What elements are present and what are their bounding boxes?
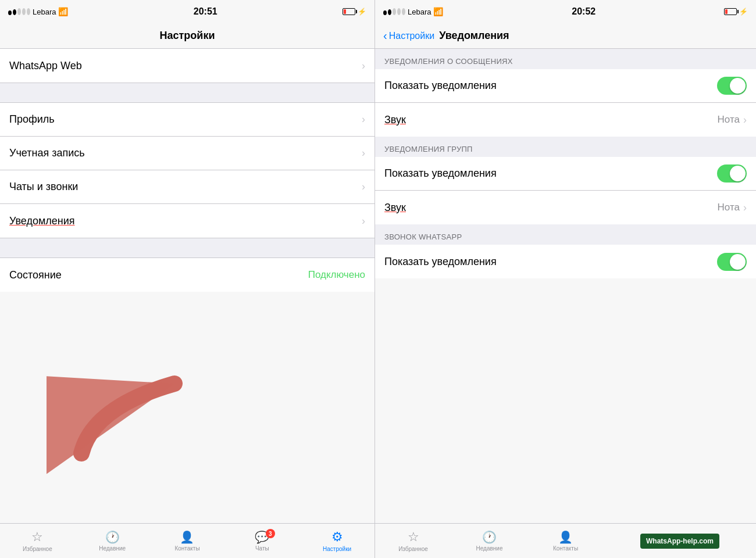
chats-label: Чаты и звонки	[9, 181, 78, 193]
sound-msg-right: Нота ›	[718, 114, 747, 126]
recent-label: Недавние	[99, 545, 126, 552]
signal-dots	[8, 8, 30, 15]
right-nav-title: Уведомления	[439, 30, 509, 42]
chats-right: ›	[362, 181, 365, 193]
row-chats[interactable]: Чаты и звонки ›	[0, 170, 375, 204]
tab-chats[interactable]: 3 💬 Чаты	[224, 530, 299, 552]
row-status[interactable]: Состояние Подключено	[0, 258, 375, 292]
left-lightning: ⚡	[358, 8, 366, 16]
favorites-label: Избранное	[23, 546, 52, 552]
right-nav-bar: ‹ Настройки Уведомления	[375, 23, 756, 49]
sound-msg-label: Звук	[384, 114, 406, 126]
watermark: WhatsApp-help.com	[640, 534, 719, 549]
chats-badge: 3	[266, 529, 275, 538]
right-wifi-icon: 📶	[433, 7, 443, 16]
account-chevron: ›	[362, 147, 365, 159]
right-status-bar: Lebara 📶 20:52 ⚡	[375, 0, 756, 23]
left-battery-area: ⚡	[343, 8, 366, 16]
whatsapp-web-label: WhatsApp Web	[9, 60, 82, 72]
show-notif-grp-label: Показать уведомления	[384, 167, 497, 180]
show-notif-call-label: Показать уведомления	[384, 256, 497, 268]
section-header-messages: УВЕДОМЛЕНИЯ О СООБЩЕНИЯХ	[375, 49, 756, 69]
recent-icon: 🕐	[105, 530, 120, 544]
row-show-notif-call[interactable]: Показать уведомления	[375, 245, 756, 278]
status-right: Подключено	[308, 269, 365, 281]
status-group: Состояние Подключено	[0, 258, 375, 292]
messages-group: Показать уведомления Звук Нота ›	[375, 69, 756, 137]
right-settings-list: УВЕДОМЛЕНИЯ О СООБЩЕНИЯХ Показать уведом…	[375, 49, 756, 523]
rdot4	[397, 8, 401, 15]
row-account[interactable]: Учетная запись ›	[0, 137, 375, 170]
notifications-label: Уведомления	[9, 215, 75, 227]
row-sound-msg[interactable]: Звук Нота ›	[375, 103, 756, 137]
right-battery-area: ⚡	[724, 8, 748, 16]
row-show-notif-msg[interactable]: Показать уведомления	[375, 69, 756, 103]
tab-favorites[interactable]: ☆ Избранное	[0, 530, 75, 552]
back-chevron-icon: ‹	[383, 29, 387, 42]
right-recent-icon: 🕐	[482, 530, 497, 544]
left-carrier: Lebara	[33, 8, 56, 16]
right-back-button[interactable]: ‹ Настройки	[383, 29, 434, 42]
right-contacts-label: Контакты	[553, 545, 578, 552]
sound-msg-chevron: ›	[743, 114, 747, 126]
whatsapp-web-chevron: ›	[362, 60, 365, 72]
row-whatsapp-web[interactable]: WhatsApp Web ›	[0, 49, 375, 83]
left-wifi-icon: 📶	[58, 7, 68, 16]
left-time: 20:51	[194, 6, 217, 17]
profile-right: ›	[362, 113, 365, 126]
toggle-show-notif-grp[interactable]	[717, 164, 747, 183]
right-battery	[724, 8, 737, 15]
right-tab-recent[interactable]: 🕐 Недавние	[451, 530, 527, 552]
right-panel: Lebara 📶 20:52 ⚡ ‹ Настройки Уведомления…	[375, 0, 756, 558]
tab-contacts[interactable]: 👤 Контакты	[150, 530, 225, 552]
account-label: Учетная запись	[9, 147, 85, 159]
rdot2	[388, 9, 391, 15]
sound-grp-value: Нота	[718, 202, 740, 213]
row-notifications[interactable]: Уведомления ›	[0, 204, 375, 238]
section-header-calls: ЗВОНОК WHATSAPP	[375, 224, 756, 245]
right-tab-contacts[interactable]: 👤 Контакты	[527, 530, 604, 552]
right-battery-fill	[725, 9, 728, 14]
dot3	[17, 8, 21, 15]
sound-grp-label: Звук	[384, 202, 406, 214]
row-show-notif-grp[interactable]: Показать уведомления	[375, 157, 756, 191]
right-back-label: Настройки	[389, 31, 434, 41]
settings-icon: ⚙	[331, 530, 343, 545]
favorites-icon: ☆	[31, 530, 43, 545]
whatsapp-web-group: WhatsApp Web ›	[0, 49, 375, 83]
separator-2	[0, 238, 375, 258]
sound-grp-chevron: ›	[743, 202, 747, 214]
toggle-knob-call	[730, 254, 746, 270]
right-tab-favorites[interactable]: ☆ Избранное	[375, 530, 451, 552]
contacts-label: Контакты	[174, 545, 199, 552]
tab-settings[interactable]: ⚙ Настройки	[299, 530, 375, 552]
toggle-show-notif-call[interactable]	[717, 253, 747, 271]
dot5	[27, 8, 30, 15]
toggle-show-notif-msg[interactable]	[717, 77, 747, 95]
right-lightning: ⚡	[739, 8, 748, 16]
settings-label: Настройки	[323, 546, 351, 552]
left-nav-title: Настройки	[160, 30, 215, 42]
row-profile[interactable]: Профиль ›	[0, 103, 375, 137]
watermark-area: WhatsApp-help.com	[604, 534, 756, 549]
right-favorites-icon: ☆	[408, 530, 419, 545]
calls-group: Показать уведомления	[375, 245, 756, 278]
chats-chevron: ›	[362, 181, 365, 193]
row-sound-grp[interactable]: Звук Нота ›	[375, 191, 756, 224]
left-battery	[343, 8, 355, 15]
toggle-knob-msg	[730, 78, 746, 94]
groups-group: Показать уведомления Звук Нота ›	[375, 157, 756, 224]
right-time: 20:52	[572, 6, 595, 17]
separator-1	[0, 83, 375, 103]
dot4	[22, 8, 26, 15]
notifications-chevron: ›	[362, 215, 365, 227]
right-signal-dots	[383, 8, 405, 15]
rdot3	[393, 8, 396, 15]
sound-grp-right: Нота ›	[718, 202, 747, 214]
right-recent-label: Недавние	[476, 545, 503, 552]
contacts-icon: 👤	[180, 530, 194, 544]
profile-chevron: ›	[362, 113, 365, 126]
show-notif-msg-label: Показать уведомления	[384, 80, 497, 92]
notifications-right: ›	[362, 215, 365, 227]
tab-recent[interactable]: 🕐 Недавние	[75, 530, 150, 552]
